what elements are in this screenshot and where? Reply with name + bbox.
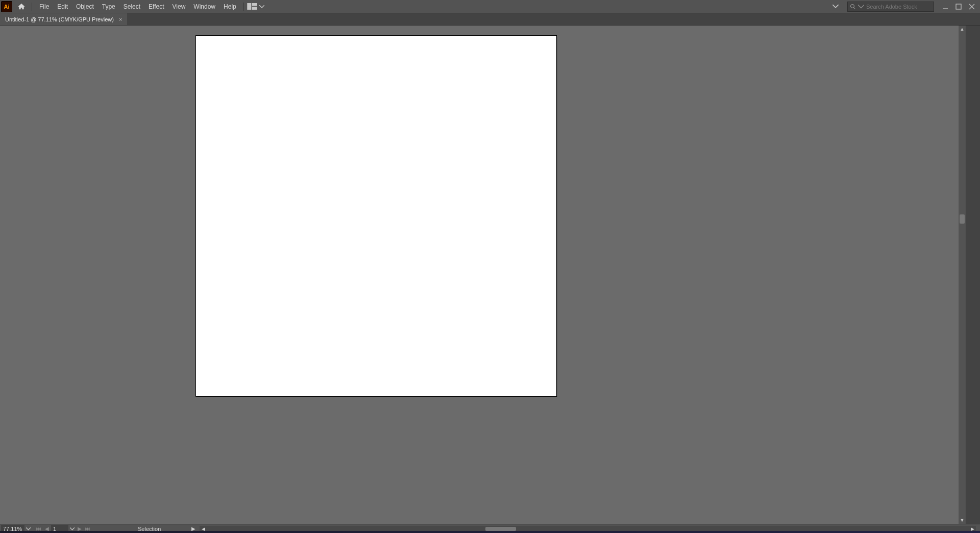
menu-window[interactable]: Window: [189, 0, 219, 13]
main-menu-bar: Ai File Edit Object Type Select Effect V…: [0, 0, 980, 13]
os-taskbar-edge: [0, 531, 980, 533]
horizontal-scroll-thumb[interactable]: [485, 527, 516, 531]
menu-help[interactable]: Help: [219, 0, 240, 13]
menu-view[interactable]: View: [168, 0, 190, 13]
canvas-area[interactable]: [0, 26, 973, 524]
search-input[interactable]: [866, 4, 937, 10]
menu-type[interactable]: Type: [98, 0, 119, 13]
app-logo[interactable]: Ai: [1, 1, 12, 12]
chevron-down-icon: [858, 4, 864, 10]
vertical-scrollbar[interactable]: ▲ ▼: [959, 26, 966, 524]
close-button[interactable]: [966, 2, 978, 12]
home-button[interactable]: [14, 1, 29, 13]
menu-divider: [32, 3, 32, 11]
svg-rect-2: [252, 7, 257, 10]
arrange-documents[interactable]: [828, 1, 843, 12]
maximize-button[interactable]: [952, 2, 965, 12]
window-controls: [938, 2, 978, 12]
chevron-down-icon: [832, 5, 839, 8]
maximize-icon: [955, 4, 962, 10]
menu-object[interactable]: Object: [72, 0, 98, 13]
menu-divider-2: [243, 3, 244, 11]
chevron-down-icon: [259, 5, 264, 8]
chevron-down-icon: [70, 527, 75, 530]
menu-effect[interactable]: Effect: [144, 0, 168, 13]
scroll-down-button[interactable]: ▼: [959, 517, 966, 524]
menu-bar-right: [828, 1, 980, 12]
tab-close-button[interactable]: ×: [119, 16, 122, 22]
minimize-icon: [942, 4, 948, 10]
chevron-down-icon: [26, 527, 31, 530]
document-tab-bar: Untitled-1 @ 77.11% (CMYK/GPU Preview) ×: [0, 13, 980, 26]
svg-rect-0: [247, 3, 251, 10]
close-icon: [969, 4, 975, 10]
document-tab[interactable]: Untitled-1 @ 77.11% (CMYK/GPU Preview) ×: [0, 13, 127, 25]
adobe-stock-search[interactable]: [847, 2, 934, 12]
svg-rect-1: [252, 3, 257, 6]
scroll-up-button[interactable]: ▲: [959, 26, 966, 33]
document-tab-label: Untitled-1 @ 77.11% (CMYK/GPU Preview): [5, 16, 114, 22]
vertical-scroll-thumb[interactable]: [960, 214, 965, 224]
home-icon: [17, 3, 26, 11]
menu-edit[interactable]: Edit: [53, 0, 72, 13]
minimize-button[interactable]: [939, 2, 951, 12]
svg-rect-6: [956, 4, 961, 9]
collapsed-panel-dock[interactable]: [966, 26, 980, 524]
svg-line-4: [854, 7, 856, 9]
menu-items: File Edit Object Type Select Effect View…: [35, 0, 240, 13]
workspace-switcher[interactable]: [247, 1, 264, 12]
menu-file[interactable]: File: [35, 0, 53, 13]
search-icon: [850, 4, 856, 10]
svg-point-3: [851, 4, 854, 8]
workspace-icon: [247, 3, 257, 10]
menu-select[interactable]: Select: [119, 0, 144, 13]
artboard[interactable]: [196, 36, 556, 396]
